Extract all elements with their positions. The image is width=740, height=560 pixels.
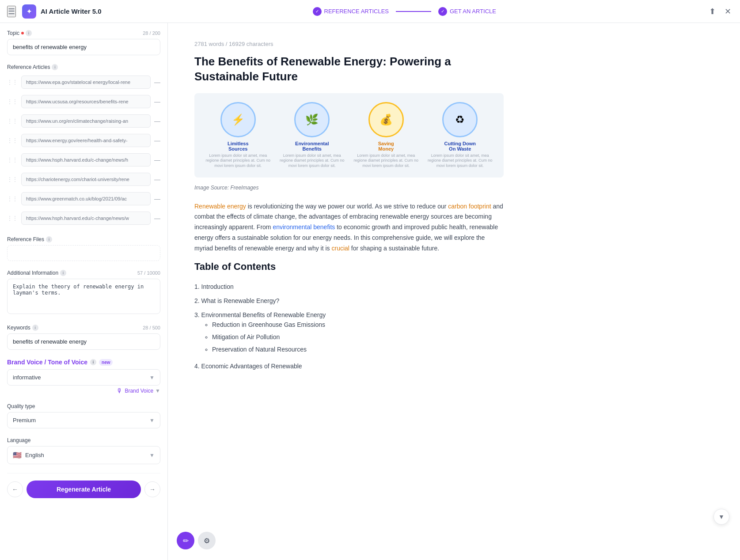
keywords-counter: 28 / 500 (143, 325, 160, 330)
quality-dropdown[interactable]: Premium ▼ (7, 412, 160, 428)
drag-handle[interactable]: ⋮⋮ (7, 137, 18, 144)
step-dot-article: ✓ (438, 7, 447, 16)
quality-type-section: Quality type Premium ▼ (7, 403, 160, 428)
list-item: ⋮⋮ https://chariotenergy.com/chariot-uni… (7, 170, 160, 189)
keywords-label: Keywords i 28 / 500 (7, 325, 160, 331)
language-display: 🇺🇸 English (13, 451, 44, 459)
tone-dropdown-container: informative ▼ 🎙 Brand Voice ▼ (7, 369, 160, 394)
toc-sub-item: Reduction in Greenhouse Gas Emissions (212, 318, 504, 331)
drag-handle[interactable]: ⋮⋮ (7, 196, 18, 202)
required-indicator (21, 32, 24, 34)
fab-container: ✏ ⚙ (177, 532, 216, 549)
ref-url-display: https://www.hsph.harvard.edu/c-change/ne… (21, 212, 151, 225)
drag-handle[interactable]: ⋮⋮ (7, 79, 18, 85)
saving-icon: 💰 (368, 102, 404, 137)
keywords-info-icon[interactable]: i (32, 325, 38, 331)
topic-section: Topic i 28 / 200 (7, 30, 160, 55)
saving-label: SavingMoney (378, 141, 394, 151)
step-dot-reference: ✓ (313, 7, 322, 16)
ref-url-display: https://chariotenergy.com/chariot-univer… (21, 173, 151, 186)
step-connector (396, 11, 431, 12)
highlighted-text-carbon: carbon footprint (448, 203, 491, 210)
article-pane: 2781 words / 16929 characters The Benefi… (168, 23, 740, 560)
env-label: EnvironmentalBenefits (295, 141, 329, 151)
image-source: Image Source: FreeImages (194, 185, 713, 191)
toc-item-4: 4. Economic Advantages of Renewable (194, 363, 302, 370)
language-flag: 🇺🇸 (13, 451, 22, 459)
brand-voice-link[interactable]: 🎙 Brand Voice ▼ (7, 387, 160, 394)
limitless-desc: Lorem ipsum dolor sit amet, mea regione … (203, 153, 273, 169)
nav-left: ☰ ✦ AI Article Writer 5.0 (7, 4, 102, 19)
keywords-section: Keywords i 28 / 500 (7, 325, 160, 350)
back-button[interactable]: ← (7, 481, 23, 497)
language-dropdown[interactable]: 🇺🇸 English ▼ (7, 446, 160, 464)
quality-value: Premium (13, 417, 36, 424)
edit-fab-button[interactable]: ✏ (177, 532, 194, 549)
step-get-article[interactable]: ✓ GET AN ARTICLE (431, 4, 503, 19)
drag-handle[interactable]: ⋮⋮ (7, 118, 18, 124)
quality-chevron-icon: ▼ (149, 417, 155, 424)
scroll-down-button[interactable]: ▼ (713, 509, 729, 525)
list-item: ⋮⋮ https://www.epa.gov/statelocal energy… (7, 73, 160, 91)
brand-voice-section: Brand Voice / Tone of Voice i new inform… (7, 359, 160, 394)
additional-info-label: Additional Information i 57 / 10000 (7, 270, 160, 276)
next-button[interactable]: → (144, 481, 160, 497)
reference-articles-section: Reference Articles i ⋮⋮ https://www.epa.… (7, 64, 160, 227)
sidebar: Topic i 28 / 200 Reference Articles i ⋮⋮… (0, 23, 168, 560)
topic-input[interactable] (7, 39, 160, 55)
additional-info-section: Additional Information i 57 / 10000 Expl… (7, 270, 160, 316)
remove-ref-button[interactable]: — (154, 176, 160, 183)
step-reference-articles[interactable]: ✓ REFERENCE ARTICLES (306, 4, 396, 19)
infographic-item-env: 🌿 EnvironmentalBenefits Lorem ipsum dolo… (277, 102, 347, 169)
remove-ref-button[interactable]: — (154, 79, 160, 86)
infographic-items: ⚡ LimitlessSources Lorem ipsum dolor sit… (203, 102, 495, 169)
list-item: ⋮⋮ https://www.energy.gov/eere/health-an… (7, 131, 160, 150)
additional-info-textarea[interactable]: Explain the theory of renewable energy i… (7, 279, 160, 314)
infographic-item-cutting: ♻ Cutting DownOn Waste Lorem ipsum dolor… (425, 102, 495, 169)
ref-files-info-icon[interactable]: i (46, 236, 52, 242)
remove-ref-button[interactable]: — (154, 137, 160, 144)
toc-sub-item: Mitigation of Air Pollution (212, 331, 504, 343)
ref-url-display: https://www.hsph.harvard.edu/c-change/ne… (21, 153, 151, 166)
toc-item: 1. Introduction (194, 280, 504, 294)
remove-ref-button[interactable]: — (154, 156, 160, 163)
highlighted-text-env: environmental benefits (273, 223, 335, 231)
step-label-reference: REFERENCE ARTICLES (324, 8, 389, 15)
remove-ref-button[interactable]: — (154, 195, 160, 202)
upload-button[interactable]: ⬆ (707, 5, 717, 18)
drag-handle[interactable]: ⋮⋮ (7, 157, 18, 163)
app-logo: ✦ (22, 4, 36, 19)
drag-handle[interactable]: ⋮⋮ (7, 98, 18, 105)
brand-voice-chevron-icon: ▼ (155, 388, 160, 394)
article-infographic: ⚡ LimitlessSources Lorem ipsum dolor sit… (194, 93, 504, 178)
drag-handle[interactable]: ⋮⋮ (7, 215, 18, 221)
limitless-label: LimitlessSources (228, 141, 249, 151)
remove-ref-button[interactable]: — (154, 215, 160, 222)
toc-item-1: 1. Introduction (194, 283, 234, 290)
intro-paragraph: Renewable energy is revolutionizing the … (194, 201, 504, 254)
cutting-icon: ♻ (442, 102, 478, 137)
close-button[interactable]: ✕ (723, 5, 733, 18)
ref-files-dropzone[interactable] (7, 245, 160, 261)
remove-ref-button[interactable]: — (154, 117, 160, 125)
remove-ref-button[interactable]: — (154, 98, 160, 105)
additional-info-icon[interactable]: i (60, 270, 66, 276)
new-badge: new (99, 359, 113, 366)
main-layout: Topic i 28 / 200 Reference Articles i ⋮⋮… (0, 23, 740, 560)
topic-info-icon[interactable]: i (26, 30, 32, 36)
list-item: ⋮⋮ https://www.hsph.harvard.edu/c-change… (7, 151, 160, 169)
ref-articles-info-icon[interactable]: i (52, 64, 58, 70)
nav-right: ⬆ ✕ (707, 5, 733, 18)
topic-label: Topic i 28 / 200 (7, 30, 160, 36)
cutting-label: Cutting DownOn Waste (444, 141, 476, 151)
keywords-input[interactable] (7, 333, 160, 350)
settings-fab-button[interactable]: ⚙ (198, 532, 216, 549)
cutting-desc: Lorem ipsum dolor sit amet, mea regione … (425, 153, 495, 169)
brand-voice-info-icon[interactable]: i (90, 359, 96, 365)
env-icon: 🌿 (294, 102, 330, 137)
hamburger-button[interactable]: ☰ (7, 6, 16, 17)
quality-type-label: Quality type (7, 403, 160, 409)
drag-handle[interactable]: ⋮⋮ (7, 176, 18, 182)
tone-dropdown[interactable]: informative ▼ (7, 369, 160, 386)
regenerate-button[interactable]: Regenerate Article (27, 481, 141, 498)
